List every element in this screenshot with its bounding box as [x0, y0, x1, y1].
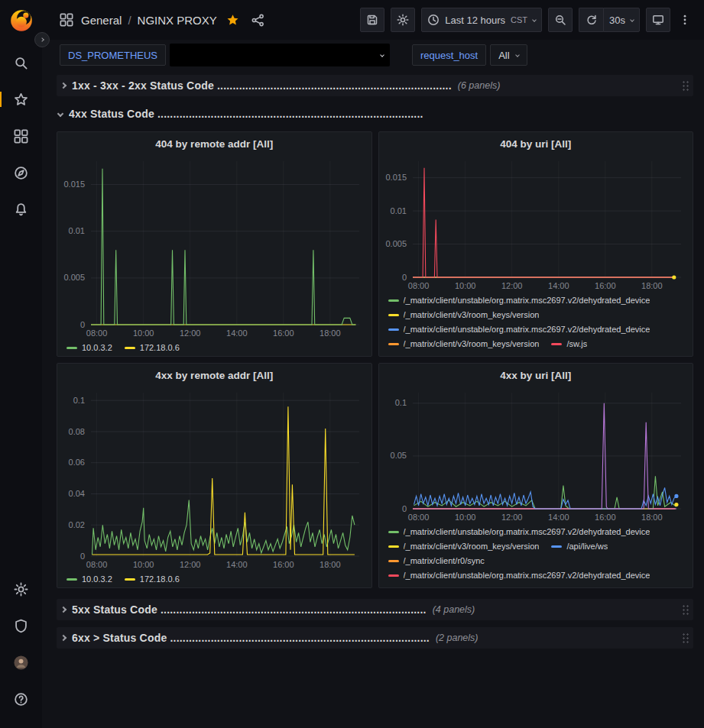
time-range-label: Last 12 hours [445, 15, 505, 26]
legend-item[interactable]: /sw.js [551, 337, 587, 351]
legend-label: /_matrix/client/unstable/org.matrix.msc2… [404, 293, 650, 308]
user-avatar [14, 655, 28, 670]
sidebar-item-explore[interactable] [0, 154, 42, 191]
chevron-right-icon [60, 635, 67, 641]
svg-text:0.05: 0.05 [390, 451, 406, 460]
legend-item[interactable]: 10.0.3.2 [67, 341, 112, 355]
topbar-actions: Last 12 hours CST 30s [360, 8, 693, 32]
svg-text:0.015: 0.015 [63, 180, 85, 189]
grafana-logo-icon[interactable] [8, 8, 34, 34]
row-drag-handle[interactable] [681, 79, 689, 92]
row-drag-handle[interactable] [681, 603, 689, 616]
sidebar-item-help[interactable] [0, 681, 42, 717]
favorite-star-icon[interactable] [226, 14, 239, 27]
request-host-variable-label: request_host [412, 44, 486, 66]
row-drag-handle[interactable] [681, 632, 689, 644]
legend-item[interactable]: /_matrix/client/unstable/org.matrix.msc2… [388, 322, 650, 337]
zoom-out-time-button[interactable] [548, 8, 573, 32]
svg-text:0.02: 0.02 [69, 520, 85, 529]
zoom-out-icon [554, 14, 566, 26]
tv-mode-button[interactable] [646, 8, 670, 32]
legend-swatch [551, 545, 562, 548]
sidebar-item-server-admin[interactable] [0, 607, 42, 644]
legend-label: 172.18.0.6 [140, 341, 180, 355]
svg-text:0.1: 0.1 [394, 398, 406, 407]
svg-text:18:00: 18:00 [320, 560, 341, 569]
dashboard-settings-button[interactable] [391, 8, 415, 32]
svg-text:14:00: 14:00 [226, 328, 248, 338]
panel-title[interactable]: 4xx by uri [All] [379, 364, 693, 387]
time-range-picker[interactable]: Last 12 hours CST [421, 8, 542, 32]
gear-icon [14, 582, 28, 597]
sidebar-item-alerting[interactable] [0, 191, 42, 228]
svg-text:18:00: 18:00 [320, 328, 341, 338]
legend-item[interactable]: 172.18.0.6 [125, 572, 180, 587]
legend-item[interactable]: 10.0.3.2 [67, 572, 112, 587]
save-dashboard-button[interactable] [360, 8, 384, 32]
sidebar-item-settings[interactable] [0, 571, 42, 607]
legend-label: /api/live/ws [566, 539, 608, 554]
svg-text:12:00: 12:00 [180, 560, 201, 569]
svg-text:14:00: 14:00 [226, 560, 248, 569]
request-host-variable-dropdown[interactable]: All [490, 44, 527, 66]
panel-4xx-by-remote-addr: 4xx by remote addr [All] 00.020.040.060.… [57, 363, 372, 588]
legend-item[interactable]: /_matrix/client/unstable/org.matrix.msc2… [388, 568, 650, 583]
dashboard-row-5xx[interactable]: 5xx Status Code ........................… [57, 599, 693, 620]
timeseries-chart[interactable]: 00.020.040.060.080.108:0010:0012:0014:00… [57, 387, 371, 571]
svg-text:08:00: 08:00 [86, 560, 108, 569]
row-panel-count: (6 panels) [458, 80, 501, 91]
dashboard-row-6xx[interactable]: 6xx > Status Code ......................… [57, 627, 693, 649]
legend-item[interactable]: /_matrix/client/unstable/org.matrix.msc2… [388, 293, 650, 308]
dashboard-row-4xx[interactable]: 4xx Status Code ........................… [57, 103, 693, 125]
sidebar-item-search[interactable] [0, 44, 42, 81]
breadcrumb-section[interactable]: General [81, 14, 122, 27]
legend-item[interactable]: /_matrix/client/v3/room_keys/version [388, 539, 540, 554]
legend-label: /_matrix/client/r0/sync [404, 554, 485, 568]
panel-title[interactable]: 404 by uri [All] [379, 132, 693, 155]
svg-text:08:00: 08:00 [86, 328, 108, 338]
refresh-interval-dropdown[interactable]: 30s [603, 8, 640, 32]
dashboard-row-1xx-3xx-2xx[interactable]: 1xx - 3xx - 2xx Status Code ............… [57, 75, 693, 96]
legend-label: /_matrix/client/v3/room_keys/version [404, 308, 540, 322]
sidebar-item-profile[interactable] [0, 644, 42, 681]
chevron-right-icon [60, 83, 67, 89]
row-title: 4xx Status Code ........................… [69, 108, 423, 120]
panel-title[interactable]: 4xx by remote addr [All] [57, 364, 371, 387]
svg-text:16:00: 16:00 [273, 328, 294, 338]
legend-swatch [388, 328, 399, 331]
more-options-button[interactable] [676, 8, 693, 32]
legend-item[interactable]: /_matrix/client/r0/sync [388, 554, 485, 568]
svg-text:18:00: 18:00 [641, 513, 663, 522]
svg-text:0.005: 0.005 [385, 239, 407, 248]
datasource-variable-dropdown[interactable] [170, 44, 390, 66]
gear-icon [397, 14, 409, 26]
legend-label: /_matrix/client/unstable/org.matrix.msc2… [404, 525, 650, 539]
timeseries-chart[interactable]: 00.050.108:0010:0012:0014:0016:0018:00 [379, 387, 693, 524]
svg-text:0.1: 0.1 [73, 396, 85, 405]
svg-text:0: 0 [80, 320, 85, 329]
legend-item[interactable]: /_matrix/client/unstable/org.matrix.msc2… [388, 525, 650, 539]
share-icon[interactable] [251, 14, 264, 27]
row-title: 6xx > Status Code ......................… [72, 632, 430, 644]
sidebar-item-starred[interactable] [0, 81, 42, 118]
legend-item[interactable]: 172.18.0.6 [125, 341, 180, 355]
svg-text:10:00: 10:00 [454, 513, 475, 522]
sidebar-item-dashboards[interactable] [0, 118, 42, 154]
refresh-button[interactable] [579, 8, 603, 32]
legend-item[interactable]: /api/live/ws [551, 539, 608, 554]
request-host-variable-value: All [498, 50, 509, 61]
breadcrumb-separator: / [128, 14, 131, 27]
time-zone-label: CST [511, 15, 527, 24]
svg-text:14:00: 14:00 [548, 281, 569, 290]
panel-title[interactable]: 404 by remote addr [All] [57, 132, 371, 155]
svg-text:0.01: 0.01 [390, 206, 406, 215]
legend-item[interactable]: /_matrix/client/v3/room_keys/version [388, 308, 540, 322]
dashboards-grid-icon [14, 129, 28, 144]
sidebar-expand-button[interactable] [34, 32, 50, 47]
row-panel-count: (2 panels) [436, 633, 479, 643]
timeseries-chart[interactable]: 00.0050.010.01508:0010:0012:0014:0016:00… [379, 155, 693, 293]
sidebar [0, 0, 42, 728]
legend-swatch [125, 347, 135, 349]
timeseries-chart[interactable]: 00.0050.010.01508:0010:0012:0014:0016:00… [57, 155, 371, 340]
legend-item[interactable]: /_matrix/client/v3/room_keys/version [388, 337, 540, 351]
